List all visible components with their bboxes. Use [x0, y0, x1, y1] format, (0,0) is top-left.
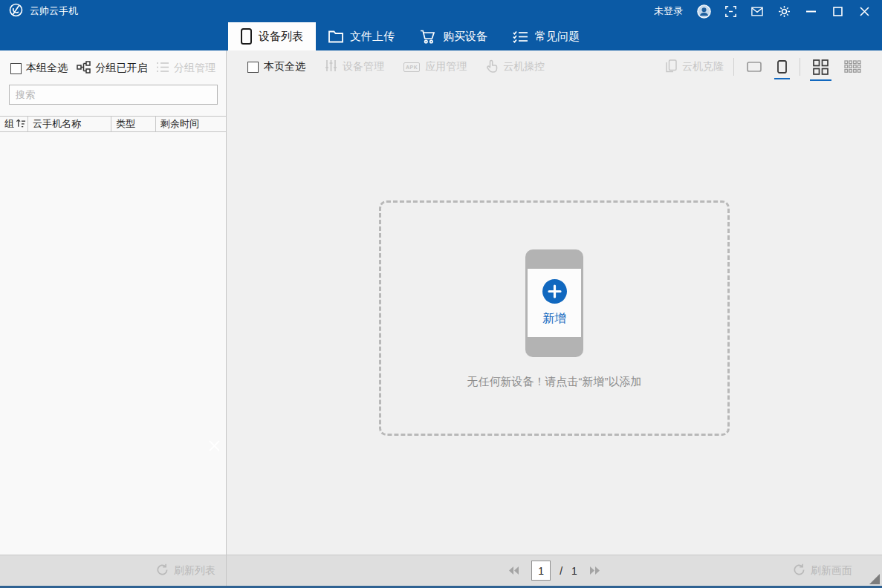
resize-grip[interactable] — [869, 574, 880, 584]
column-header-name[interactable]: 云手机名称 — [28, 117, 111, 131]
minimize-button[interactable] — [803, 4, 818, 19]
footer-main: / 1 刷新画面 — [227, 555, 882, 586]
hand-pointer-icon — [486, 59, 498, 75]
column-header-group[interactable]: 组 — [0, 117, 28, 131]
screenshot-frame-icon[interactable] — [723, 4, 738, 19]
plus-circle-icon[interactable] — [542, 279, 567, 306]
cloud-clone-label: 云机克隆 — [682, 60, 724, 74]
checkbox-icon[interactable] — [247, 62, 259, 73]
user-avatar-icon[interactable] — [696, 4, 711, 19]
login-status[interactable]: 未登录 — [654, 4, 683, 18]
cloud-control-button[interactable]: 云机操控 — [486, 59, 545, 75]
folder-icon — [328, 30, 343, 43]
column-label: 类型 — [116, 117, 135, 131]
group-list-icon — [156, 62, 169, 75]
cloud-clone-button[interactable]: 云机克隆 — [666, 59, 724, 75]
group-manage-button[interactable]: 分组管理 — [156, 62, 215, 75]
apk-icon: APK — [403, 62, 420, 72]
clear-icon[interactable] — [208, 440, 221, 454]
device-manage-button[interactable]: 设备管理 — [325, 59, 384, 74]
body: 本组全选 分组已开启 分组管理 组 — [0, 50, 882, 555]
app-manage-button[interactable]: APK 应用管理 — [403, 60, 467, 74]
tab-file-upload[interactable]: 文件上传 — [316, 22, 407, 50]
device-manage-label: 设备管理 — [343, 60, 384, 74]
tab-faq[interactable]: 常见问题 — [500, 22, 592, 50]
refresh-icon — [156, 564, 169, 578]
tab-label: 设备列表 — [259, 30, 303, 44]
landscape-view-button[interactable] — [744, 59, 765, 74]
tab-label: 常见问题 — [535, 30, 580, 44]
tab-label: 购买设备 — [443, 30, 487, 44]
footer-left: 刷新列表 — [0, 555, 227, 586]
select-all-group-label: 本组全选 — [26, 62, 68, 75]
sidebar: 本组全选 分组已开启 分组管理 组 — [0, 50, 227, 555]
title-left: 云帅云手机 — [9, 3, 78, 19]
tab-buy-device[interactable]: 购买设备 — [407, 22, 500, 50]
divider — [800, 58, 800, 76]
page-total: 1 — [571, 565, 577, 577]
empty-state-message: 无任何新设备！请点击“新增”以添加 — [381, 375, 727, 389]
column-header-time[interactable]: 剩余时间 — [156, 117, 226, 131]
column-label: 剩余时间 — [160, 117, 199, 131]
refresh-list-label: 刷新列表 — [174, 564, 215, 578]
sidebar-controls: 本组全选 分组已开启 分组管理 — [0, 60, 226, 76]
group-manage-label: 分组管理 — [174, 62, 215, 75]
title-right: 未登录 — [654, 4, 872, 19]
tab-device-list[interactable]: 设备列表 — [228, 22, 316, 50]
refresh-icon — [793, 564, 805, 578]
page-number-input[interactable] — [531, 561, 551, 581]
main-toolbar: 本页全选 设备管理 APK 应用管理 云机操控 — [227, 50, 882, 83]
checklist-icon — [513, 30, 528, 43]
app-title: 云帅云手机 — [30, 4, 78, 18]
refresh-list-button[interactable]: 刷新列表 — [156, 564, 215, 578]
clone-icon — [666, 59, 677, 75]
device-table-header: 组 云手机名称 类型 剩余时间 — [0, 116, 226, 132]
header: 云帅云手机 未登录 — [0, 0, 882, 50]
mail-icon[interactable] — [750, 4, 765, 19]
portrait-view-button[interactable] — [774, 58, 790, 76]
maximize-button[interactable] — [830, 4, 845, 19]
column-header-type[interactable]: 类型 — [111, 117, 156, 131]
app-window: 云帅云手机 未登录 — [0, 0, 882, 588]
titlebar: 云帅云手机 未登录 — [0, 0, 882, 22]
search-input[interactable] — [9, 85, 218, 105]
column-label: 组 — [4, 117, 14, 131]
select-all-page-label: 本页全选 — [264, 60, 305, 74]
select-all-group-checkbox[interactable]: 本组全选 — [10, 62, 68, 75]
cart-icon — [420, 30, 436, 44]
phone-screen: 新增 — [528, 269, 581, 337]
divider — [733, 58, 734, 76]
grid-2x2-view-button[interactable] — [810, 57, 831, 77]
cloud-control-label: 云机操控 — [503, 60, 545, 74]
grouping-toggle-button[interactable]: 分组已开启 — [77, 61, 148, 76]
footer: 刷新列表 / 1 刷新画面 — [0, 555, 882, 588]
empty-state-dropzone: 新增 无任何新设备！请点击“新增”以添加 — [379, 200, 730, 436]
close-button[interactable] — [857, 4, 872, 19]
add-device-button[interactable]: 新增 — [525, 249, 583, 357]
toolbar-right: 云机克隆 — [666, 50, 882, 83]
last-page-button[interactable] — [586, 564, 603, 578]
grid-dense-view-button[interactable] — [841, 58, 864, 76]
checkbox-icon[interactable] — [10, 63, 22, 74]
refresh-screen-button[interactable]: 刷新画面 — [793, 564, 852, 578]
app-logo-icon — [9, 3, 23, 19]
refresh-screen-label: 刷新画面 — [811, 564, 852, 578]
select-all-page-checkbox[interactable]: 本页全选 — [247, 60, 305, 74]
phone-icon — [241, 28, 252, 45]
app-manage-label: 应用管理 — [425, 60, 467, 74]
sort-ascending-icon — [16, 118, 26, 130]
page-separator: / — [560, 565, 562, 577]
tabbar: 设备列表 文件上传 购买设备 常见问题 — [228, 22, 592, 50]
column-label: 云手机名称 — [33, 117, 81, 131]
sliders-icon — [325, 59, 337, 74]
grouping-toggle-label: 分组已开启 — [96, 62, 148, 75]
first-page-button[interactable] — [505, 564, 522, 578]
tab-label: 文件上传 — [350, 30, 395, 44]
add-device-label[interactable]: 新增 — [542, 311, 566, 327]
footer-right: 刷新画面 — [793, 555, 852, 586]
settings-gear-icon[interactable] — [776, 4, 791, 19]
main-panel: 本页全选 设备管理 APK 应用管理 云机操控 — [227, 50, 882, 555]
org-chart-icon — [77, 61, 91, 76]
